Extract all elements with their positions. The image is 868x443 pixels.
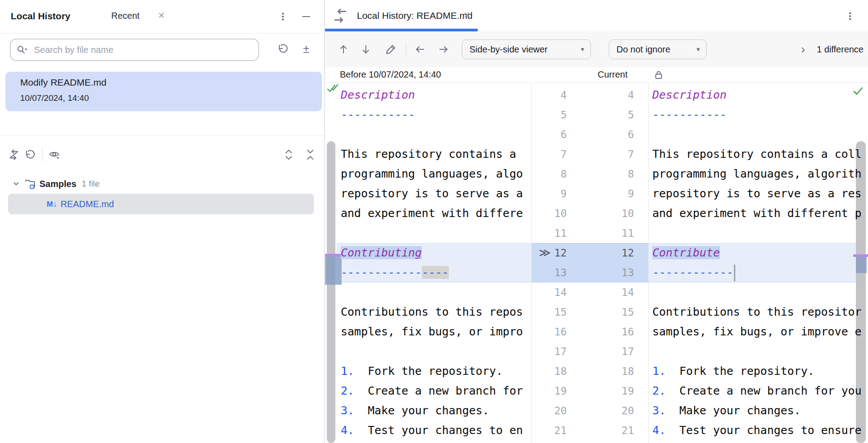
diff-line-current-21[interactable]: 4. Test your changes to ensure xyxy=(649,421,868,440)
code-segment: Contributions to this repositor xyxy=(652,305,862,318)
diff-line-current-15[interactable]: Contributions to this repositor xyxy=(649,302,868,322)
line-number-before: 7 xyxy=(560,148,567,160)
whitespace-ignore-dropdown[interactable]: Do not ignore ▾ xyxy=(609,39,707,59)
diff-line-before-9[interactable]: repository is to serve as a xyxy=(325,184,531,204)
chevron-down-icon[interactable] xyxy=(12,179,21,188)
right-scrollbar-thumb[interactable] xyxy=(856,141,866,443)
code-segment: and experiment with different p xyxy=(652,207,862,220)
diff-line-before-19[interactable]: 2. Create a new branch for xyxy=(325,381,531,401)
tree-node-readme[interactable]: M↓ README.md xyxy=(8,194,314,214)
line-number-current: 6 xyxy=(628,129,634,140)
forward-arrow-icon[interactable] xyxy=(436,42,451,57)
view-options-eye-icon[interactable] xyxy=(47,147,62,162)
code-segment: Description xyxy=(652,88,727,101)
diff-gutter: 445566778899101011111212≫131314141515161… xyxy=(531,83,649,443)
diff-line-current-13[interactable]: ------------ xyxy=(649,263,868,282)
diff-line-current-7[interactable]: This repository contains a coll xyxy=(649,144,868,164)
tree-node-label: Samples xyxy=(39,179,76,189)
diff-line-before-6[interactable] xyxy=(325,125,531,144)
diff-line-current-20[interactable]: 3. Make your changes. xyxy=(649,401,868,421)
revert-search-icon[interactable] xyxy=(275,41,291,56)
diff-line-before-20[interactable]: 3. Make your changes. xyxy=(325,401,531,421)
gutter-row-14: 1414 xyxy=(532,282,648,302)
line-number-before: 10 xyxy=(554,208,567,219)
diff-pane-before[interactable]: Description-----------This repository co… xyxy=(325,83,531,443)
next-difference-icon[interactable] xyxy=(358,42,373,57)
collapse-all-icon[interactable] xyxy=(303,147,318,162)
toolbar-separator xyxy=(42,148,43,161)
diff-line-current-14[interactable] xyxy=(649,282,868,302)
plus-minus-icon[interactable]: ± xyxy=(299,41,314,56)
diff-line-before-11[interactable] xyxy=(325,223,531,243)
history-entry-date: 10/07/2024, 14:40 xyxy=(20,93,89,103)
diff-line-current-8[interactable]: programming languages, algorith xyxy=(649,164,868,184)
diff-line-current-9[interactable]: repository is to serve as a res xyxy=(649,184,868,204)
diff-line-before-4[interactable]: Description xyxy=(325,85,531,105)
left-scrollbar-thumb[interactable] xyxy=(327,141,335,443)
line-number-before: 17 xyxy=(554,346,567,357)
back-arrow-icon[interactable] xyxy=(412,42,428,57)
diff-line-before-7[interactable]: This repository contains a xyxy=(325,144,531,164)
line-number-current: 8 xyxy=(628,168,634,180)
tab-recent[interactable]: Recent xyxy=(111,11,139,21)
tree-node-samples[interactable]: Samples 1 file xyxy=(0,174,324,194)
editor-options-kebab-icon[interactable] xyxy=(842,9,858,24)
tab-close-icon[interactable]: ✕ xyxy=(464,10,471,20)
panel-title: Local History xyxy=(11,11,70,22)
panel-options-kebab-icon[interactable] xyxy=(275,9,291,24)
diff-line-before-14[interactable] xyxy=(325,282,531,302)
diff-line-current-19[interactable]: 2. Create a new branch for you xyxy=(649,381,868,401)
code-segment: Fork the repository. xyxy=(666,365,814,378)
diff-line-current-12[interactable]: Contribute xyxy=(649,243,868,263)
diff-line-before-21[interactable]: 4. Test your changes to en xyxy=(325,421,531,440)
edit-pencil-icon[interactable] xyxy=(383,42,399,57)
diff-line-current-16[interactable]: samples, fix bugs, or improve e xyxy=(649,322,868,342)
code-segment: 2. xyxy=(341,384,354,397)
code-segment: 3. xyxy=(341,404,354,417)
diff-line-current-4[interactable]: Description xyxy=(649,85,868,105)
tab-recent-close-icon[interactable]: ✕ xyxy=(158,10,165,21)
gutter-row-15: 1515 xyxy=(532,302,648,322)
before-revision-label: Before 10/07/2024, 14:40 xyxy=(340,69,441,80)
diff-line-before-15[interactable]: Contributions to this repos xyxy=(325,302,531,322)
show-diff-icon[interactable] xyxy=(6,147,22,162)
history-entry-title: Modify README.md xyxy=(20,77,107,88)
apply-change-icon[interactable]: ≫ xyxy=(539,243,551,263)
line-number-before: 6 xyxy=(560,129,567,140)
diff-line-before-12[interactable]: Contributing xyxy=(325,243,531,263)
line-number-before: 13 xyxy=(554,267,567,278)
diff-line-current-17[interactable] xyxy=(649,342,868,361)
local-history-window: Local History Recent ✕ Search by file na… xyxy=(0,0,868,443)
diff-line-current-10[interactable]: and experiment with different p xyxy=(649,204,868,223)
diff-pane-current[interactable]: Description-----------This repository co… xyxy=(649,83,868,443)
diff-line-before-8[interactable]: programming languages, algo xyxy=(325,164,531,184)
diff-line-before-16[interactable]: samples, fix bugs, or impro xyxy=(325,322,531,342)
expand-all-icon[interactable] xyxy=(281,147,296,162)
diff-line-current-5[interactable]: ----------- xyxy=(649,105,868,125)
tab-local-history-readme[interactable]: Local History: README.md xyxy=(357,10,473,21)
history-entry-selected[interactable]: Modify README.md 10/07/2024, 14:40 xyxy=(5,72,322,111)
line-number-current: 11 xyxy=(621,227,634,239)
text-caret xyxy=(734,265,735,282)
line-number-current: 15 xyxy=(621,306,634,318)
diff-line-before-18[interactable]: 1. Fork the repository. xyxy=(325,361,531,381)
code-segment: 1. xyxy=(341,365,354,378)
code-segment: Create a new branch for xyxy=(354,384,523,397)
left-panel-header: Local History Recent ✕ xyxy=(0,0,324,34)
minimize-icon[interactable] xyxy=(299,9,314,24)
line-number-current: 13 xyxy=(621,267,634,278)
search-input[interactable]: Search by file name xyxy=(10,39,259,61)
revert-icon[interactable] xyxy=(22,147,38,162)
expand-breadcrumb-chevron-icon[interactable]: › xyxy=(801,45,805,54)
diff-line-before-13[interactable]: ---------------- xyxy=(325,263,531,282)
diff-line-current-18[interactable]: 1. Fork the repository. xyxy=(649,361,868,381)
diff-line-before-5[interactable]: ----------- xyxy=(325,105,531,125)
viewer-mode-dropdown[interactable]: Side-by-side viewer ▾ xyxy=(462,39,591,59)
diff-line-current-11[interactable] xyxy=(649,223,868,243)
diff-line-current-6[interactable] xyxy=(649,125,868,144)
previous-difference-icon[interactable] xyxy=(336,42,351,57)
code-segment: Make your changes. xyxy=(354,404,489,417)
diff-line-before-17[interactable] xyxy=(325,342,531,361)
diff-line-before-10[interactable]: and experiment with differe xyxy=(325,204,531,223)
line-number-before: 14 xyxy=(554,287,567,298)
